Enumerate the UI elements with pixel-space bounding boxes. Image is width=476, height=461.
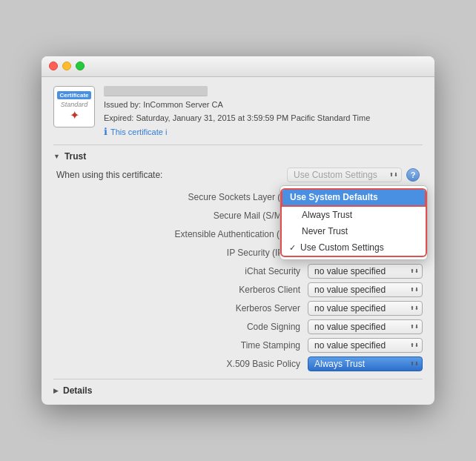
cert-expired: Expired: Saturday, January 31, 2015 at 3… — [104, 112, 423, 125]
kerberos-server-dropdown-wrap: no value specified — [308, 301, 423, 316]
cert-info: Issued by: InCommon Server CA Expired: S… — [104, 86, 423, 137]
setting-label-ssl: Secure Sockets Layer (SSL) — [65, 192, 308, 202]
time-stamping-dropdown[interactable]: no value specified — [308, 338, 423, 353]
kerberos-server-dropdown[interactable]: no value specified — [308, 301, 423, 316]
setting-label-ipsec: IP Security (IPsec) — [65, 248, 308, 258]
setting-label-kerberos-client: Kerberos Client — [65, 285, 308, 295]
details-triangle-icon: ▶ — [53, 387, 59, 394]
trust-dropdown-wrap: Use Custom Settings — [287, 168, 402, 182]
trust-section: ▼ Trust When using this certificate: Use… — [53, 151, 423, 371]
time-stamping-dropdown-wrap: no value specified — [308, 338, 423, 353]
setting-label-ichat: iChat Security — [65, 266, 308, 276]
dropdown-container: Use Custom Settings Use System Defaults … — [287, 168, 402, 182]
trust-section-header[interactable]: ▼ Trust — [53, 151, 423, 162]
table-row: iChat Security no value specified — [65, 264, 423, 279]
cert-icon-seal: ✦ — [70, 108, 79, 122]
table-row: Code Signing no value specified — [65, 319, 423, 334]
popup-header[interactable]: Use System Defaults — [281, 188, 426, 207]
ichat-dropdown[interactable]: no value specified — [308, 264, 423, 279]
table-row: Kerberos Client no value specified — [65, 282, 423, 297]
popup-always-trust[interactable]: Always Trust — [282, 207, 426, 223]
popup-border: Use System Defaults Always Trust Never T… — [280, 188, 427, 257]
cert-icon: Certificate Standard ✦ — [53, 86, 95, 127]
traffic-lights — [49, 62, 85, 70]
cert-icon-subtitle: Standard — [61, 101, 88, 108]
popup-use-custom[interactable]: Use Custom Settings — [282, 239, 426, 256]
setting-label-smime: Secure Mail (S/MIME) — [65, 210, 308, 221]
info-icon: ℹ — [104, 126, 108, 137]
setting-label-time-stamping: Time Stamping — [65, 340, 308, 351]
code-signing-dropdown[interactable]: no value specified — [308, 319, 423, 334]
cert-name-bar — [104, 86, 208, 96]
x509-dropdown[interactable]: Always Trust — [308, 356, 423, 371]
certificate-window: Certificate Standard ✦ Issued by: InComm… — [42, 56, 434, 405]
help-button[interactable]: ? — [406, 168, 420, 182]
window-content: Certificate Standard ✦ Issued by: InComm… — [42, 77, 434, 405]
trust-dropdown[interactable]: Use Custom Settings — [287, 168, 402, 182]
trust-section-label: Trust — [65, 151, 86, 162]
code-signing-dropdown-wrap: no value specified — [308, 319, 423, 334]
when-using-right: Use Custom Settings Use System Defaults … — [287, 168, 420, 182]
maximize-button[interactable] — [76, 62, 85, 70]
setting-label-x509: X.509 Basic Policy — [65, 359, 308, 369]
table-row: Kerberos Server no value specified — [65, 301, 423, 316]
cert-badge: Certificate — [57, 91, 90, 99]
trust-triangle-icon: ▼ — [53, 153, 60, 160]
setting-label-eap: Extensible Authentication (EAP) — [65, 229, 308, 239]
table-row: Time Stamping no value specified — [65, 338, 423, 353]
setting-label-kerberos-server: Kerberos Server — [65, 303, 308, 314]
details-label: Details — [63, 385, 92, 396]
kerberos-client-dropdown[interactable]: no value specified — [308, 282, 423, 297]
minimize-button[interactable] — [62, 62, 71, 70]
popup-never-trust[interactable]: Never Trust — [282, 223, 426, 239]
x509-dropdown-wrap: Always Trust — [308, 356, 423, 371]
close-button[interactable] — [49, 62, 58, 70]
titlebar — [42, 56, 434, 77]
header-divider — [53, 145, 423, 145]
cert-status: ℹ This certificate i — [104, 126, 423, 137]
dropdown-popup: Use System Defaults Always Trust Never T… — [280, 185, 428, 260]
ichat-dropdown-wrap: no value specified — [308, 264, 423, 279]
cert-header: Certificate Standard ✦ Issued by: InComm… — [53, 86, 423, 137]
details-section[interactable]: ▶ Details — [53, 379, 423, 396]
when-using-label: When using this certificate: — [56, 170, 287, 180]
table-row: X.509 Basic Policy Always Trust — [65, 356, 423, 371]
kerberos-client-dropdown-wrap: no value specified — [308, 282, 423, 297]
cert-status-text: This certificate i — [110, 127, 167, 136]
cert-issued-by: Issued by: InCommon Server CA — [104, 99, 423, 112]
when-using-row: When using this certificate: Use Custom … — [53, 168, 423, 182]
setting-label-code-signing: Code Signing — [65, 322, 308, 332]
